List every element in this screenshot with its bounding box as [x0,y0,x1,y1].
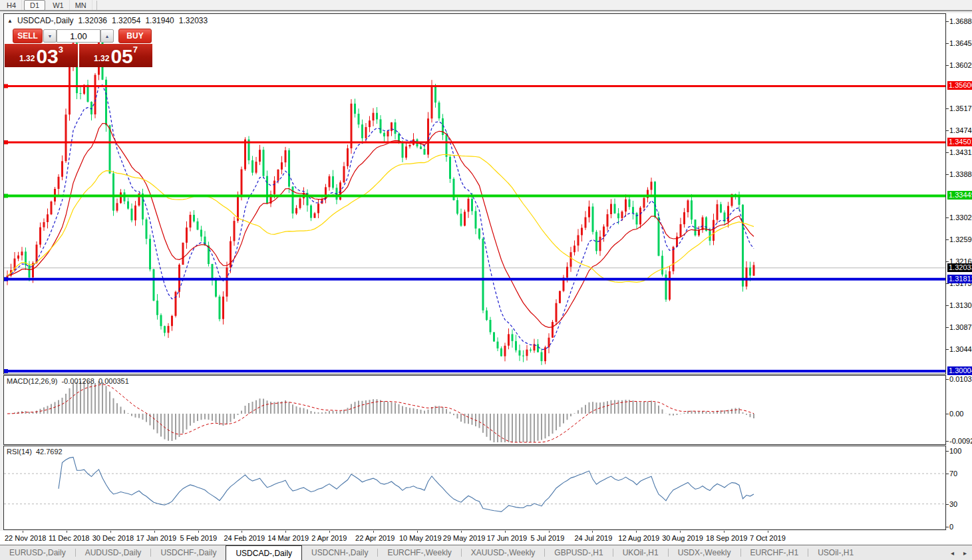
tab-scroll-left-icon[interactable]: ◂ [951,549,954,557]
price-axis-label: 1.33880 [949,170,972,178]
price-axis-label: 1.30870 [949,323,972,331]
tab-usoil-h1[interactable]: USOil-,H1 [808,545,863,560]
macd-axis-tick [946,441,949,442]
tab-gbpusd-h1[interactable]: GBPUSD-,H1 [545,545,612,560]
rsi-axis-label: 30 [949,500,972,508]
rsi-value: 42.7692 [36,448,63,456]
date-label: 5 Feb 2019 [180,534,218,542]
level-price-label: 1.34501 [947,138,972,146]
chart-symbol-label: USDCAD-,Daily [17,16,74,25]
tab-usdcad-daily[interactable]: USDCAD-,Daily [226,545,302,560]
date-tick [285,531,286,533]
rsi-axis-tick [946,504,949,505]
price-axis-label: 1.33020 [949,213,972,221]
quote-close: 1.32033 [179,16,208,25]
tab-xauusd-weekly[interactable]: XAUUSD-,Weekly [462,545,544,560]
date-label: 22 Apr 2019 [355,534,395,542]
level-price-label: 1.30004 [947,366,972,375]
price-axis-tick [946,305,949,306]
volume-input[interactable]: 1.00 [57,29,100,43]
tab-ukoil-h1[interactable]: UKOil-,H1 [613,545,668,560]
date-tick [417,531,418,533]
macd-panel[interactable]: MACD(12,26,9) -0.001268 0.000351 [3,375,946,445]
date-tick [549,531,550,533]
date-tick [23,531,23,533]
date-label: 30 Aug 2019 [662,534,703,542]
main-chart-pane[interactable]: ▲ USDCAD-,Daily 1.32036 1.32054 1.31940 … [3,13,946,374]
level-price-label: 1.33449 [947,191,972,200]
price-axis-tick [946,349,949,350]
date-tick [768,531,768,533]
date-label: 7 Oct 2019 [750,534,786,542]
timeframe-mn-button[interactable]: MN [70,0,92,10]
timeframe-d1-button[interactable]: D1 [24,0,45,11]
time-axis[interactable]: 22 Nov 201811 Dec 201830 Dec 201817 Jan … [0,531,972,545]
date-label: 29 May 2019 [443,534,486,542]
date-label: 22 Nov 2018 [5,534,46,542]
collapse-chart-icon[interactable]: ▲ [7,18,13,24]
chart-title: ▲ USDCAD-,Daily 1.32036 1.32054 1.31940 … [7,16,208,25]
price-axis-tick [946,65,949,66]
date-tick [724,531,725,533]
rsi-axis-tick [946,527,949,527]
date-label: 24 Jul 2019 [574,534,612,542]
date-label: 24 Feb 2019 [224,534,265,542]
trading-terminal-window: H4 D1 W1 MN ▲ USDCAD-,Daily 1.32036 1.32… [0,0,972,560]
price-axis-tick [946,327,949,328]
tab-usdcnh-daily[interactable]: USDCNH-,Daily [302,545,377,560]
tab-eurchf-h1[interactable]: EURCHF-,H1 [741,545,808,560]
price-axis-label: 1.36450 [949,39,972,47]
tab-audusd-daily[interactable]: AUDUSD-,Daily [76,545,151,560]
price-axis-tick [946,43,949,44]
tab-eurusd-daily[interactable]: EURUSD-,Daily [0,545,75,560]
buy-price-prefix: 1.32 [94,54,109,63]
timeframe-w1-button[interactable]: W1 [47,0,70,10]
price-axis-label: 1.34310 [949,148,972,156]
date-tick [461,531,462,533]
date-label: 14 Mar 2019 [267,534,309,542]
level-price-label: 1.31812 [947,275,972,283]
price-axis-tick [946,239,949,240]
tab-scroll-right-icon[interactable]: ▸ [963,549,967,557]
price-axis-tick [946,152,949,153]
macd-axis-label: 0.00 [949,410,972,418]
date-tick [680,531,681,533]
date-tick [505,531,506,533]
date-label: 18 Sep 2019 [706,534,747,542]
volume-decrease-button[interactable]: ▼ [43,29,57,43]
date-label: 11 Dec 2018 [49,534,90,542]
tab-eurchf-weekly[interactable]: EURCHF-,Weekly [378,545,460,560]
buy-price-display[interactable]: 1.32057 [79,44,152,67]
date-label: 17 Jan 2019 [136,534,177,542]
buy-price-big: 05 [110,47,132,66]
rsi-chart[interactable] [4,446,945,529]
tab-usdx-weekly[interactable]: USDX-,Weekly [669,545,740,560]
sell-price-prefix: 1.32 [19,54,35,63]
date-tick [636,531,637,533]
tab-usdchf-daily[interactable]: USDCHF-,Daily [151,545,226,560]
date-label: 2 Apr 2019 [311,534,347,542]
date-label: 30 Dec 2018 [92,534,134,542]
quote-low: 1.31940 [145,16,174,25]
rsi-indicator-label: RSI(14) 42.7692 [7,448,63,456]
rsi-panel[interactable]: RSI(14) 42.7692 [3,446,946,530]
date-label: 12 Aug 2019 [618,534,659,542]
buy-button[interactable]: BUY [118,29,152,43]
toolbar-separator [96,1,97,10]
price-axis-label: 1.32590 [949,235,972,243]
candlestick-chart[interactable] [4,14,945,374]
date-tick [242,531,242,533]
one-click-trading-panel: SELL ▼ 1.00 ▲ BUY 1.32033 1.32057 [5,29,153,67]
sell-price-display[interactable]: 1.32033 [5,44,78,67]
rsi-name: RSI(14) [7,448,32,456]
price-axis-tick [946,130,949,131]
sell-button[interactable]: SELL [13,29,43,43]
price-axis-tick [946,174,949,175]
macd-chart[interactable] [4,376,945,444]
macd-axis-tick [946,379,949,380]
macd-signal-value: 0.000351 [98,377,129,385]
volume-increase-button[interactable]: ▲ [100,29,114,43]
timeframe-h4-button[interactable]: H4 [1,0,22,10]
sell-price-big: 03 [36,47,58,66]
date-tick [67,531,67,533]
